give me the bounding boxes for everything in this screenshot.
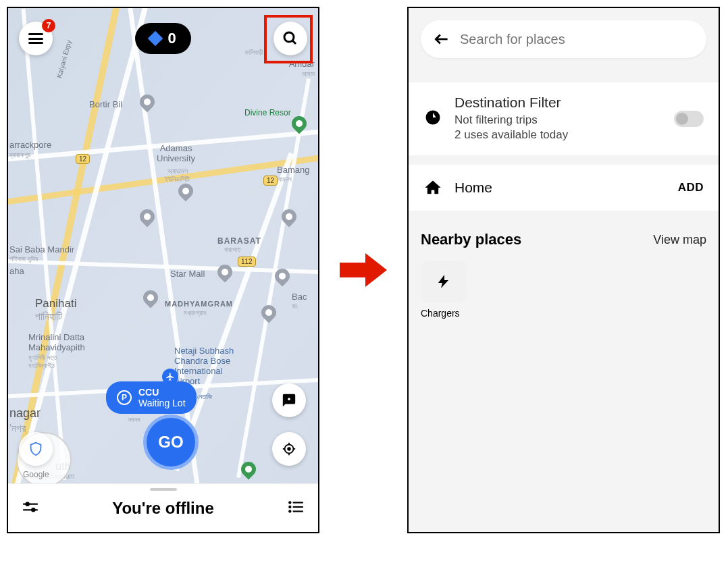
map-label: বামনগ — [278, 176, 292, 184]
list-icon — [287, 498, 305, 516]
drag-handle[interactable] — [150, 488, 177, 491]
sliders-icon — [22, 498, 39, 516]
search-button[interactable] — [274, 22, 307, 55]
waiting-lot-code: CCU — [138, 387, 186, 398]
poi-pin — [140, 287, 161, 308]
waiting-lot-label: Waiting Lot — [138, 398, 186, 408]
map-label: Mrinalini Datta Mahavidyapith — [28, 332, 85, 352]
map-label: Bamang — [277, 165, 309, 175]
chat-button[interactable] — [272, 383, 306, 417]
list-button[interactable] — [287, 498, 305, 518]
shield-icon — [28, 441, 43, 456]
bottom-bar[interactable]: You're offline — [8, 483, 318, 532]
points-value: 0 — [167, 30, 176, 47]
svg-point-15 — [288, 505, 291, 508]
filter-toggle[interactable] — [674, 111, 704, 127]
map-label: ব্যারাকপুর — [9, 151, 30, 159]
svg-point-17 — [288, 510, 291, 512]
view-map-button[interactable]: View map — [653, 233, 706, 247]
map-label: BARASAT — [217, 236, 261, 246]
preferences-button[interactable] — [22, 498, 39, 518]
filter-title: Destination Filter — [454, 95, 662, 111]
svg-rect-12 — [23, 509, 38, 510]
map-label: Netaji Subhash Chandra Bose Internationa… — [174, 346, 234, 386]
svg-rect-18 — [293, 510, 303, 512]
map-label: Sai Baba Mandir — [9, 244, 74, 254]
search-bar[interactable] — [421, 20, 706, 58]
nearby-item-chargers[interactable]: Chargers — [421, 261, 467, 319]
lightning-icon — [436, 273, 452, 290]
go-label: GO — [158, 433, 183, 452]
search-icon — [282, 30, 298, 47]
svg-point-2 — [288, 398, 290, 400]
destination-filter-icon — [423, 108, 442, 130]
svg-point-13 — [288, 501, 291, 504]
menu-button[interactable]: 7 — [19, 22, 53, 55]
airport-marker[interactable] — [162, 369, 178, 385]
svg-line-1 — [292, 41, 296, 44]
locate-button[interactable] — [272, 432, 306, 466]
poi-pin — [136, 206, 157, 227]
map-label: Panihati — [35, 297, 76, 311]
map-label: বাং — [292, 302, 298, 311]
poi-pin — [175, 180, 196, 201]
map-label: Bac — [292, 292, 307, 302]
parking-icon: P — [117, 390, 132, 405]
filter-subtitle-1: Not filtering trips — [454, 113, 662, 127]
map-label: সাঁইবাবা মন্দির — [9, 255, 38, 263]
map-label: Adamas University — [157, 143, 195, 163]
svg-rect-10 — [23, 503, 38, 504]
add-home-button[interactable]: ADD — [678, 181, 704, 194]
points-pill[interactable]: 0 — [135, 23, 190, 54]
map-label: বারাসাত — [224, 246, 240, 254]
google-attribution: Google — [23, 470, 49, 479]
map-label: আমাদ — [302, 70, 315, 78]
route-shield: 112 — [238, 257, 256, 267]
map-label: Bortir Bil — [89, 99, 122, 109]
route-shield: 12 — [76, 154, 90, 164]
map-label: 'নগর — [9, 423, 26, 435]
status-text: You're offline — [112, 499, 214, 518]
map-label: নেতাজি — [197, 393, 212, 401]
map-label: মধ্যমগ্রাম — [184, 309, 207, 317]
notification-badge: 7 — [42, 19, 55, 32]
map-label: arrackpore — [9, 140, 51, 150]
home-label: Home — [454, 180, 666, 196]
locate-icon — [282, 441, 296, 456]
diamond-icon — [148, 31, 163, 47]
home-icon — [423, 178, 442, 197]
map-label: nagar — [9, 406, 41, 421]
svg-point-4 — [288, 448, 290, 450]
map-label: Divine Resor — [244, 108, 291, 117]
svg-rect-16 — [293, 506, 303, 507]
hamburger-icon — [28, 33, 43, 44]
flow-arrow — [340, 253, 387, 287]
nearby-places-title: Nearby places — [421, 231, 521, 248]
destination-filter-card: Destination Filter Not filtering trips 2… — [409, 82, 719, 155]
go-button[interactable]: GO — [143, 414, 199, 470]
route-shield: 12 — [263, 176, 278, 186]
waiting-lot-pill[interactable]: P CCU Waiting Lot — [106, 381, 197, 414]
svg-rect-14 — [293, 502, 303, 503]
map-label: MADHYAMGRAM — [165, 300, 233, 308]
map-label: মৃণালিনী দত্ত মহাবিদ্যাপীঠ — [28, 354, 57, 370]
home-card: Home ADD — [409, 165, 719, 211]
map-label: Star Mall — [170, 269, 205, 279]
poi-pin — [214, 261, 235, 282]
map-label: পানিহাটি — [35, 311, 62, 323]
safety-button[interactable] — [19, 432, 53, 466]
chat-icon — [282, 393, 296, 408]
search-input[interactable] — [460, 32, 694, 47]
filter-subtitle-2: 2 uses available today — [454, 128, 662, 142]
back-arrow-icon[interactable] — [433, 30, 450, 48]
map-label: দমদম — [128, 416, 140, 424]
poi-pin — [258, 302, 279, 323]
svg-point-0 — [284, 32, 294, 42]
search-screen: Destination Filter Not filtering trips 2… — [407, 7, 720, 533]
chargers-label: Chargers — [421, 308, 467, 319]
map-label: অ্যাডামস ইউনিভার্সিটি — [165, 167, 190, 184]
map-label: aha — [9, 266, 24, 276]
plane-icon — [165, 372, 175, 381]
map-screen: কালিবাড়ী Kalyani Expy Amdar আমাদ Bortir… — [7, 7, 319, 533]
